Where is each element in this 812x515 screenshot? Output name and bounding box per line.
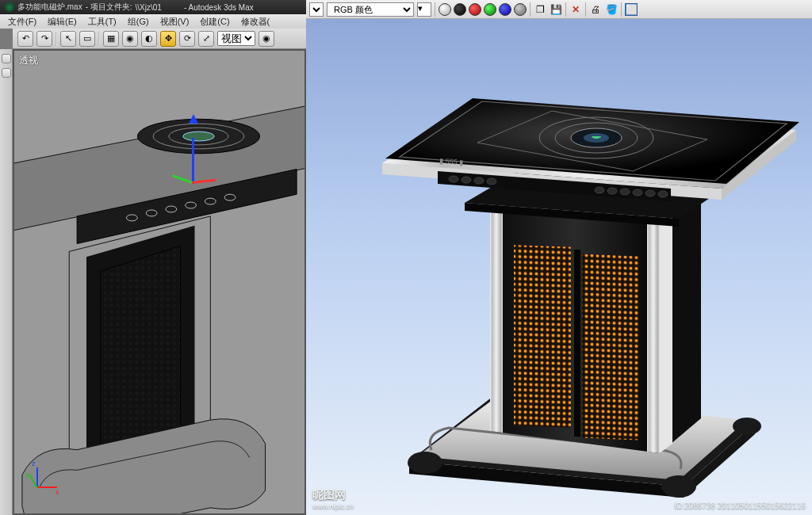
rotate-icon: ⟳ (184, 33, 191, 44)
svg-point-41 (620, 189, 630, 195)
channel-dropdown-button[interactable]: ▾ (417, 2, 431, 17)
svg-point-39 (595, 187, 604, 193)
close-button[interactable]: ✕ (569, 3, 582, 16)
move-button[interactable]: ✥ (160, 31, 176, 47)
app-name: - Autodesk 3ds Max (184, 3, 254, 12)
redo-icon: ↷ (41, 33, 48, 44)
watermark-id: ID:2086738 20110501155015622116 (674, 502, 806, 510)
undo-icon: ↶ (22, 33, 29, 44)
render-toolbar: RGB 颜色 ▾ ❐ 💾 ✕ 🖨 🪣 ⬜ (306, 0, 812, 19)
clone-button[interactable]: ❐ (534, 3, 546, 16)
svg-point-48 (487, 178, 496, 185)
svg-point-42 (633, 189, 642, 196)
svg-marker-27 (490, 208, 503, 433)
svg-point-45 (449, 176, 458, 182)
area-combo[interactable] (309, 2, 324, 17)
main-toolbar: ↶ ↷ ↖ ▭ ▦ ◉ ◐ ✥ ⟳ ⤢ 视图 ◉ (13, 29, 306, 49)
svg-rect-30 (514, 245, 571, 428)
menu-create[interactable]: 创建(C) (195, 16, 234, 28)
project-folder-prefix: - 项目文件夹: (86, 2, 132, 13)
ref-coord-combo[interactable]: 视图 (217, 31, 255, 46)
white-ball[interactable] (439, 3, 451, 16)
separator (435, 2, 435, 17)
cursor-icon: ↖ (65, 33, 72, 44)
bucket-icon: 🪣 (606, 4, 618, 15)
cursor-button[interactable]: ↖ (60, 31, 76, 47)
scale-button[interactable]: ⤢ (198, 31, 214, 47)
paint-select-button[interactable]: ◐ (141, 31, 157, 47)
separator (585, 2, 586, 17)
svg-text:▮ 555 ▮: ▮ 555 ▮ (439, 157, 464, 166)
menu-modifiers[interactable]: 修改器( (236, 16, 275, 28)
left-tool-2[interactable] (2, 68, 11, 78)
bucket-button[interactable]: 🪣 (605, 3, 618, 16)
svg-rect-32 (574, 250, 580, 437)
menu-views[interactable]: 视图(V) (155, 16, 194, 28)
svg-point-44 (658, 191, 668, 197)
select-name-button[interactable]: ▦ (103, 31, 119, 47)
select-icon: ▭ (83, 33, 91, 44)
watermark-left: 昵图网 www.nipic.cn (312, 488, 354, 510)
axis-tripod: z x y (30, 463, 62, 494)
svg-rect-31 (582, 254, 639, 441)
green-ball[interactable] (484, 3, 496, 16)
left-toolbar (0, 49, 13, 515)
menu-tools[interactable]: 工具(T) (83, 16, 121, 28)
pivot-icon: ◉ (262, 33, 270, 44)
render-output[interactable]: ▮ 555 ▮ 昵图网 www.nipic.cn ID:2086738 2011… (306, 19, 812, 515)
list-icon: ▦ (107, 33, 115, 44)
svg-point-23 (661, 475, 696, 498)
watermark-url: www.nipic.cn (312, 502, 354, 510)
print-button[interactable]: 🖨 (589, 3, 602, 16)
separator (530, 2, 530, 17)
svg-point-43 (645, 190, 655, 196)
select-region-button[interactable]: ▭ (79, 31, 95, 47)
separator (621, 2, 622, 17)
grey-ball[interactable] (514, 3, 527, 16)
center-pivot-button[interactable]: ◉ (259, 31, 274, 47)
filter-button[interactable]: ◉ (122, 31, 138, 47)
region-icon: ⬜ (626, 4, 638, 15)
perspective-viewport[interactable]: 透视 z (13, 49, 306, 515)
separator (98, 32, 100, 46)
svg-point-22 (408, 452, 442, 474)
print-icon: 🖨 (591, 4, 600, 15)
rendered-model: ▮ 555 ▮ (306, 19, 812, 515)
close-icon: ✕ (572, 4, 580, 15)
blue-ball[interactable] (499, 3, 511, 16)
save-icon: 💾 (550, 4, 562, 15)
separator (56, 32, 57, 46)
svg-point-40 (607, 188, 617, 194)
separator (565, 2, 566, 17)
svg-point-24 (733, 418, 761, 435)
project-folder-path: \\Xjz\01 (136, 3, 162, 12)
channel-combo[interactable]: RGB 颜色 (327, 2, 414, 17)
svg-point-46 (462, 177, 471, 183)
target-icon: ◉ (126, 33, 134, 44)
svg-marker-29 (660, 212, 672, 453)
menu-group[interactable]: 组(G) (123, 16, 154, 28)
app-logo-icon (5, 2, 14, 12)
svg-point-6 (183, 132, 215, 141)
scale-icon: ⤢ (203, 33, 210, 44)
rotate-button[interactable]: ⟳ (179, 31, 195, 47)
render-window: RGB 颜色 ▾ ❐ 💾 ✕ 🖨 🪣 ⬜ (306, 0, 812, 515)
left-tool-1[interactable] (2, 54, 11, 63)
svg-point-47 (474, 177, 484, 184)
menu-file[interactable]: 文件(F) (3, 16, 41, 28)
move-icon: ✥ (165, 33, 172, 44)
doc-title: 多功能电磁炉.max (17, 2, 82, 13)
wireframe-render (14, 51, 304, 513)
clone-icon: ❐ (536, 4, 545, 15)
black-ball[interactable] (454, 3, 466, 16)
save-button[interactable]: 💾 (550, 3, 562, 16)
menu-edit[interactable]: 编辑(E) (43, 16, 82, 28)
undo-button[interactable]: ↶ (17, 31, 33, 47)
red-ball[interactable] (469, 3, 481, 16)
watermark-site: 昵图网 (312, 488, 346, 501)
svg-marker-28 (647, 219, 660, 453)
region-button[interactable]: ⬜ (625, 3, 638, 16)
half-icon: ◐ (145, 33, 153, 44)
redo-button[interactable]: ↷ (36, 31, 52, 47)
